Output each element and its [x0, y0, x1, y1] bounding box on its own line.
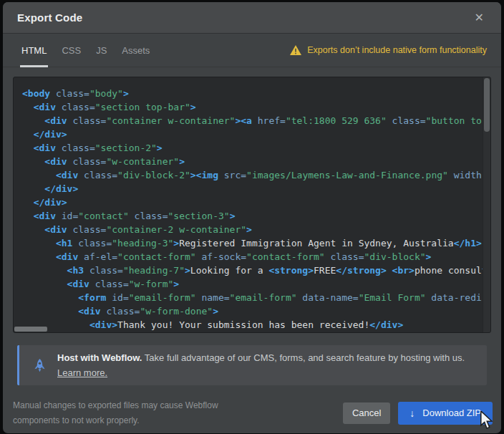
- footer-note: Manual changes to exported files may cau…: [13, 398, 218, 428]
- warning-triangle-icon: [290, 45, 301, 55]
- learn-more-link[interactable]: Learn more.: [57, 367, 107, 378]
- download-arrow-icon: ↓: [410, 408, 415, 418]
- tab-row: HTMLCSSJSAssets Exports don’t include na…: [3, 34, 501, 67]
- warning-text: Exports don’t include native form functi…: [307, 45, 487, 55]
- code-line: <body class="body">: [22, 87, 482, 100]
- export-code-dialog: Export Code ✕ HTMLCSSJSAssets Exports do…: [3, 2, 501, 433]
- code-line: <div class="div-block-2"><img src="image…: [22, 168, 482, 182]
- horizontal-scrollbar[interactable]: [14, 326, 491, 332]
- dialog-title: Export Code: [17, 11, 82, 24]
- code-content: <body class="body"> <div class="section …: [14, 77, 490, 332]
- footer-note-line2: components to not work properly.: [13, 413, 218, 428]
- code-line: <div id="contact" class="section-3">: [22, 209, 482, 223]
- horizontal-scrollbar-thumb[interactable]: [14, 327, 47, 332]
- cancel-button[interactable]: Cancel: [343, 402, 390, 424]
- footer-note-line1: Manual changes to exported files may cau…: [13, 398, 218, 413]
- download-button-label: Download ZIP: [422, 408, 481, 418]
- host-with-webflow-banner: Host with Webflow. Take full advantage o…: [17, 345, 487, 385]
- code-line: </div>: [22, 182, 482, 196]
- code-line: <div class="container-2 w-container">: [22, 223, 482, 236]
- banner-body: Take full advantage of our CMS, forms, a…: [142, 352, 465, 363]
- code-line: <div class="section top-bar">: [22, 100, 482, 114]
- code-line: <div class="section-2">: [22, 141, 482, 155]
- code-line: <div class="w-container">: [22, 155, 482, 168]
- tab-assets[interactable]: Assets: [120, 34, 151, 67]
- code-viewer[interactable]: <body class="body"> <div class="section …: [13, 77, 491, 333]
- code-line: <form id="email-form" name="email-form" …: [22, 291, 482, 304]
- form-warning: Exports don’t include native form functi…: [290, 34, 487, 67]
- banner-text: Host with Webflow. Take full advantage o…: [57, 350, 465, 380]
- code-line: <div class="container w-container"><a hr…: [22, 114, 482, 127]
- dialog-footer: Manual changes to exported files may cau…: [3, 385, 501, 433]
- tab-bar: HTMLCSSJSAssets: [20, 34, 151, 67]
- footer-buttons: Cancel ↓ Download ZIP: [343, 402, 493, 425]
- code-line: <h3 class="heading-7">Looking for a <str…: [22, 264, 482, 277]
- vertical-scrollbar[interactable]: [483, 77, 490, 332]
- tab-js[interactable]: JS: [94, 34, 108, 67]
- vertical-scrollbar-thumb[interactable]: [484, 78, 490, 132]
- code-line: <h1 class="heading-3">Registered Immigra…: [22, 236, 482, 250]
- close-icon[interactable]: ✕: [472, 9, 487, 26]
- code-line: </div>: [22, 196, 482, 209]
- download-zip-button[interactable]: ↓ Download ZIP: [398, 402, 493, 425]
- tab-html[interactable]: HTML: [20, 34, 48, 67]
- code-line: </div>: [22, 127, 482, 141]
- code-line: <div af-el="contact-form" af-sock="conta…: [22, 250, 482, 264]
- code-line: <div class="w-form">: [22, 277, 482, 291]
- banner-title: Host with Webflow.: [57, 352, 142, 363]
- code-line: <div class="w-form-done">: [22, 304, 482, 318]
- dialog-header: Export Code ✕: [3, 2, 501, 34]
- tab-css[interactable]: CSS: [60, 34, 82, 67]
- rocket-icon: [34, 359, 46, 372]
